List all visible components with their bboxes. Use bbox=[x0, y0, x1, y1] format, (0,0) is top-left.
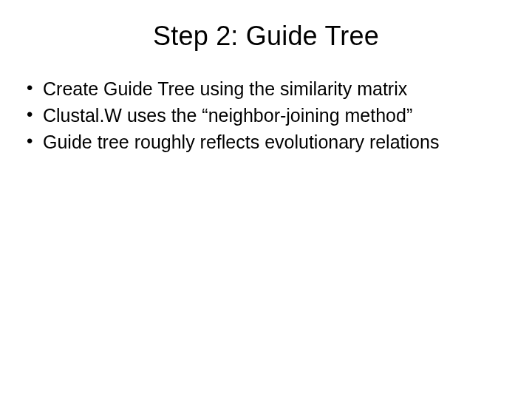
list-item: Clustal.W uses the “neighbor-joining met… bbox=[27, 103, 511, 127]
bullet-list: Create Guide Tree using the similarity m… bbox=[21, 77, 511, 154]
slide-title: Step 2: Guide Tree bbox=[21, 21, 511, 52]
slide: Step 2: Guide Tree Create Guide Tree usi… bbox=[0, 0, 532, 399]
list-item: Guide tree roughly reflects evolutionary… bbox=[27, 130, 511, 154]
list-item: Create Guide Tree using the similarity m… bbox=[27, 77, 511, 100]
